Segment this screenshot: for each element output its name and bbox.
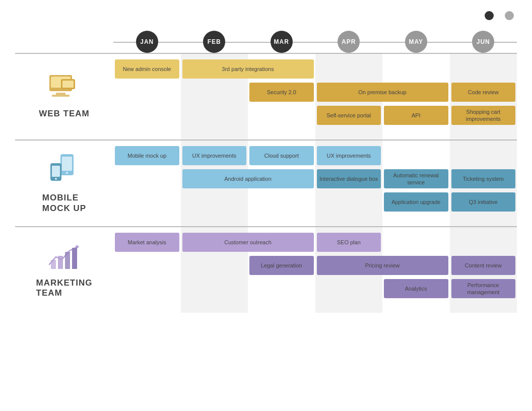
task-card: Application upgrade (384, 192, 448, 212)
page-title (15, 10, 30, 21)
svg-rect-15 (65, 252, 70, 269)
svg-rect-13 (51, 260, 56, 269)
section-marketing: MARKETINGTEAMMarket analysisCustomer out… (15, 226, 517, 313)
month-circle-mar: MAR (271, 31, 293, 53)
task-card: Ticketing system (451, 169, 516, 188)
q1-dot (485, 11, 494, 20)
task-card: UX improvements (182, 146, 247, 165)
task-card: Legal generation (249, 256, 314, 275)
task-card: UX improvements (317, 146, 381, 165)
svg-rect-5 (62, 81, 74, 88)
tasks-layer-mobile: Mobile mock upUX improvementsCloud suppo… (113, 141, 517, 226)
tasks-layer-marketing: Market analysisCustomer outreachSEO plan… (113, 227, 517, 313)
task-card: SEO plan (317, 233, 381, 252)
month-header-jun: JUN (450, 31, 517, 53)
month-circle-may: MAY (405, 31, 427, 53)
task-card: 3rd party integrations (182, 59, 314, 79)
svg-rect-16 (72, 248, 77, 269)
roadmap: JANFEBMARAPRMAYJUN WEB TEAMNew admin con… (15, 31, 517, 313)
marketing-icon (47, 242, 82, 273)
month-circle-feb: FEB (203, 31, 225, 53)
task-card: Security 2.0 (249, 83, 314, 102)
task-card: Q3 initiative (451, 192, 516, 212)
task-card: Android application (182, 169, 314, 188)
month-header-feb: FEB (181, 31, 248, 53)
team-info-marketing: MARKETINGTEAM (15, 227, 113, 313)
task-card: Performance management (451, 279, 516, 298)
task-card: Shopping cart improvements (451, 106, 516, 125)
legend-q1 (485, 11, 497, 20)
team-name-web: WEB TEAM (39, 109, 90, 119)
months-row: JANFEBMARAPRMAYJUN (113, 31, 517, 53)
month-header-apr: APR (315, 31, 383, 53)
legend (485, 11, 517, 20)
section-web: WEB TEAMNew admin console3rd party integ… (15, 53, 517, 140)
task-card: Mobile mock up (115, 146, 179, 165)
team-name-marketing: MARKETINGTEAM (36, 278, 93, 299)
svg-point-11 (55, 178, 57, 180)
task-card: API (384, 106, 448, 125)
task-card: Analytics (384, 279, 448, 298)
svg-rect-7 (62, 157, 72, 171)
svg-rect-10 (52, 166, 60, 177)
task-card: On premise backup (317, 83, 448, 102)
grid-marketing: Market analysisCustomer outreachSEO plan… (113, 227, 517, 313)
svg-rect-2 (56, 93, 65, 95)
task-card: Market analysis (115, 233, 179, 252)
task-card: Customer outreach (182, 233, 314, 252)
task-card: Interactive dialogue box (317, 169, 381, 188)
mobile-icon (49, 153, 80, 188)
month-header-mar: MAR (248, 31, 315, 53)
web-icon (47, 74, 82, 104)
task-card: Content review (451, 256, 516, 275)
task-card: Cloud support (249, 146, 314, 165)
month-headers-row: JANFEBMARAPRMAYJUN (15, 31, 517, 53)
legend-q2 (505, 11, 517, 20)
section-mobile: MOBILEMOCK UPMobile mock upUX improvemen… (15, 140, 517, 226)
task-card: New admin console (115, 59, 179, 79)
month-circle-jun: JUN (472, 31, 494, 53)
team-name-mobile: MOBILEMOCK UP (42, 193, 86, 214)
page: JANFEBMARAPRMAYJUN WEB TEAMNew admin con… (0, 0, 532, 411)
task-card: Code review (451, 83, 516, 102)
month-circle-apr: APR (338, 31, 360, 53)
month-circle-jan: JAN (136, 31, 158, 53)
month-header-may: MAY (382, 31, 450, 53)
svg-point-8 (66, 172, 68, 174)
svg-rect-3 (52, 95, 70, 97)
q2-dot (505, 11, 514, 20)
task-card: Automatic renewal service (384, 169, 448, 188)
grid-web: New admin console3rd party integrationsS… (113, 54, 517, 140)
header (15, 10, 517, 21)
month-header-jan: JAN (113, 31, 181, 53)
task-card: Pricing review (317, 256, 448, 275)
tasks-layer-web: New admin console3rd party integrationsS… (113, 54, 517, 140)
task-card: Self-service portal (317, 106, 381, 125)
team-info-mobile: MOBILEMOCK UP (15, 141, 113, 226)
grid-mobile: Mobile mock upUX improvementsCloud suppo… (113, 141, 517, 226)
svg-rect-14 (58, 256, 63, 269)
team-info-web: WEB TEAM (15, 54, 113, 140)
